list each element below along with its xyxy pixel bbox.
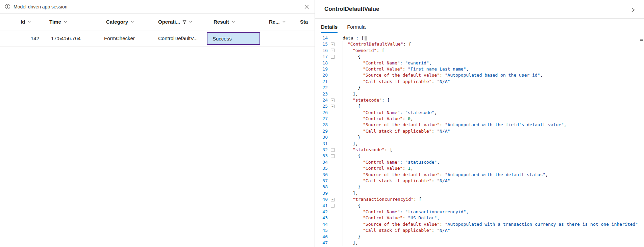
code-content: } [343,184,361,190]
fold-collapse-box[interactable]: − [331,198,335,201]
indent-guide [343,184,348,190]
indent-guide [358,165,363,171]
fold-collapse-icon[interactable]: − [329,148,336,152]
editor-line: 33−{ [315,153,644,159]
column-header-time[interactable]: Time [49,13,67,30]
fold-collapse-icon[interactable]: − [329,99,336,102]
editor-line: 43"Control Value": "US Dollar", [315,215,644,221]
line-number: 19 [315,66,328,72]
indent-guide [348,72,353,78]
code-content: } [343,234,361,240]
editor-scrollbar[interactable] [639,35,644,247]
indent-guide [343,215,348,221]
fold-collapse-icon[interactable]: − [329,198,336,201]
json-punct: , [437,159,440,165]
code-content: "ownerid": [ [343,48,385,54]
indent-guide [343,41,348,47]
indent-guide [348,221,353,227]
json-editor[interactable]: 14data : {15−"ControlDefaultValue": {16−… [315,35,644,247]
editor-line: 23], [315,91,644,97]
indent-guide [348,234,353,240]
indent-guide [348,147,353,153]
fold-collapse-icon[interactable]: − [329,204,336,208]
line-number: 39 [315,190,328,196]
column-label: Result [214,19,229,25]
indent-guide [348,85,353,91]
indent-guide [343,141,348,147]
indent-guide [353,178,358,184]
indent-guide [353,153,358,159]
result-cell-selected[interactable]: Success [207,32,260,45]
json-key: "Control Name" [363,159,400,165]
fold-collapse-box[interactable]: − [331,49,335,52]
fold-collapse-icon[interactable]: − [329,55,336,59]
indent-guide [343,209,348,215]
editor-line: 17−{ [315,54,644,60]
fold-collapse-icon[interactable]: − [329,43,336,46]
fold-collapse-icon[interactable]: − [329,154,336,158]
column-header-id[interactable]: Id [21,13,31,30]
line-number: 16 [315,48,328,54]
filter-icon [182,20,187,24]
text-cursor [365,36,367,40]
indent-guide [353,128,358,134]
line-number: 15 [315,41,328,47]
indent-guide [358,227,363,234]
code-content: "Call stack if applicable": "N/A" [343,178,450,184]
json-punct: : [ [385,147,392,153]
fold-collapse-box[interactable]: − [331,204,335,208]
tab-formula[interactable]: Formula [344,19,369,35]
indent-guide [343,116,348,122]
column-header-re[interactable]: Re... [269,13,286,30]
tab-details[interactable]: Details [318,19,341,35]
json-punct: : [402,116,408,122]
json-punct: , [434,110,437,116]
line-number: 23 [315,91,328,97]
indent-guide [343,172,348,178]
fold-collapse-box[interactable]: − [331,99,335,102]
json-key: "Control Value" [363,215,402,221]
fold-collapse-box[interactable]: − [331,43,335,46]
line-number: 17 [315,54,328,60]
chevron-down-icon [27,20,31,24]
fold-collapse-box[interactable]: − [331,154,335,158]
chevron-down-icon [130,20,134,24]
editor-line: 21"Call stack if applicable": "N/A" [315,79,644,85]
json-string: "Autopopulated based on the user id" [445,72,540,78]
indent-guide [358,209,363,215]
log-table-row[interactable]: 14217:54:56.764FormCheckerControlDefault… [0,30,315,47]
line-number: 18 [315,60,328,66]
indent-guide [343,234,348,240]
indent-guide [353,85,358,91]
chevron-down-icon [189,20,193,24]
column-header-sta[interactable]: Sta [300,13,308,30]
line-number: 33 [315,153,328,159]
line-number: 26 [315,110,328,116]
editor-line: 24−"statecode": [ [315,97,644,103]
fold-collapse-box[interactable]: − [331,105,335,108]
code-content: ], [343,190,358,196]
indent-guide [343,79,348,85]
column-header-operati[interactable]: Operati... [158,13,193,30]
line-number: 37 [315,178,328,184]
editor-line: 42"Control Name": "transactioncurrencyid… [315,209,644,215]
close-button[interactable] [303,3,310,10]
code-content: data : { [343,35,367,41]
indent-guide [348,103,353,109]
session-panel-header: Model-driven app session [0,0,315,13]
json-punct: : { [403,41,411,47]
fold-collapse-box[interactable]: − [331,148,335,152]
fold-collapse-icon[interactable]: − [329,105,336,108]
chevron-right-icon[interactable] [629,6,637,13]
json-punct: ], [353,240,358,246]
indent-guide [353,165,358,171]
json-punct: { [358,54,361,60]
json-punct: : [ [376,48,384,54]
fold-collapse-box[interactable]: − [331,55,335,59]
column-header-result[interactable]: Result [214,13,235,30]
indent-guide [343,190,348,196]
editor-line: 31], [315,141,644,147]
indent-guide [353,172,358,178]
column-header-category[interactable]: Category [106,13,134,30]
fold-collapse-icon[interactable]: − [329,49,336,52]
